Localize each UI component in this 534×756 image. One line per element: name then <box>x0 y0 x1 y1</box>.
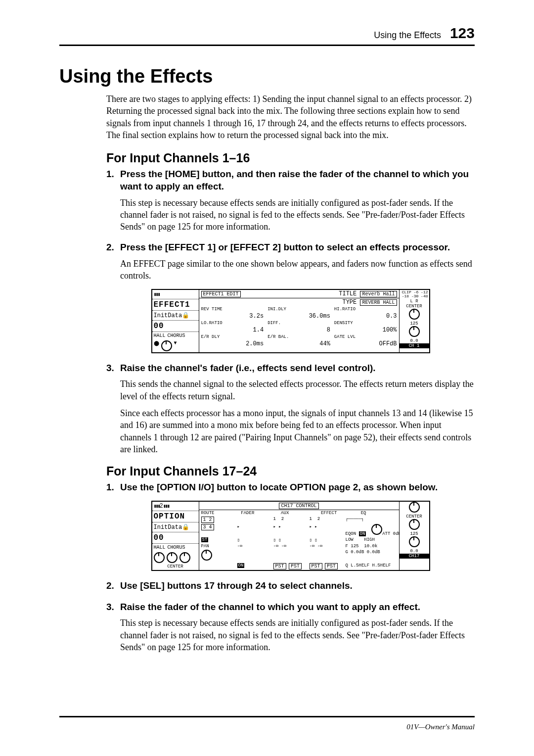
lcd1-er-dly: 2.0ms <box>199 340 266 348</box>
lcd1-gate-lvl: OFFdB <box>332 340 399 348</box>
lcd1-title: EFFECT1 <box>152 299 199 311</box>
dial-icon <box>409 536 420 547</box>
step-a3-head: Raise the channel's fader (i.e., effects… <box>106 362 475 375</box>
running-header: Using the Effects 123 <box>59 25 475 46</box>
lcd2-tab: CH17 CONTROL <box>279 503 318 509</box>
lcd2-counter: 00 <box>152 532 199 544</box>
dial-icon <box>409 502 420 513</box>
step-b3-head: Raise the fader of the channel to which … <box>106 601 475 614</box>
lcd2-title: OPTION <box>152 511 199 522</box>
lcd1-lo-ratio: 1.4 <box>199 326 266 334</box>
step-a2-body: An EFFECT page similar to the one shown … <box>120 258 475 282</box>
dial-icon <box>371 524 382 535</box>
disc-icon: ⬤ <box>154 340 159 351</box>
dial-icon <box>154 552 165 563</box>
dial-icon <box>161 340 172 351</box>
header-page-number: 123 <box>450 25 475 42</box>
lcd1-density: 100% <box>332 326 399 334</box>
lcd1-meter-scale: CLIP -6 -12 -18 -30 -48 <box>400 290 429 299</box>
section-heading-17-24: For Input Channels 17–24 <box>106 464 475 478</box>
section-heading-1-16: For Input Channels 1–16 <box>106 151 475 165</box>
header-section-label: Using the Effects <box>374 30 441 41</box>
dial-icon <box>201 550 212 561</box>
footer-text: 01V—Owner's Manual <box>406 723 475 731</box>
lcd1-diff: 8 <box>266 326 332 334</box>
lcd2-foot-l: HALL <box>154 545 166 550</box>
lcd1-foot-r: CHORUS <box>168 333 185 338</box>
lcd1-title-val: Reverb Hall <box>360 291 397 297</box>
lcd1-er-bal: 44% <box>266 340 332 348</box>
lcd2-ch-indicator: CH17 <box>400 554 429 559</box>
lcd1-hi-ratio: 0.3 <box>332 312 399 320</box>
lcd1-type-val: REVERB HALL <box>360 299 397 306</box>
lcd1-foot-l: HALL <box>154 333 166 338</box>
lcd1-tab: EFFECT1 EDIT <box>201 291 241 297</box>
step-b3-body: This step is necessary because effects s… <box>120 617 475 653</box>
page-title: Using the Effects <box>59 66 475 87</box>
dial-icon <box>409 309 420 320</box>
dial-icon <box>179 552 190 563</box>
steps-list-a: Press the [HOME] button, and then raise … <box>106 168 475 455</box>
step-a2-head: Press the [EFFECT 1] or [EFFECT 2] butto… <box>106 241 475 254</box>
dial-icon <box>409 326 420 337</box>
dial-icon <box>167 552 178 563</box>
lcd1-ini-dly: 36.0ms <box>266 312 332 320</box>
down-arrow-icon: ▼ <box>174 340 177 351</box>
lcd1-ch-indicator: CH 1 <box>400 343 429 348</box>
lcd1-counter: 00 <box>152 321 199 332</box>
meter-icon <box>154 503 160 510</box>
intro-paragraph: There are two stages to applying effects… <box>106 93 475 141</box>
footer-rule <box>59 716 475 717</box>
step-b2-head: Use [SEL] buttons 17 through 24 to selec… <box>106 580 475 592</box>
effect-edit-screen: EFFECT1 InitData🔒 00 HALLCHORUS ⬤▼ EFFEC… <box>151 289 430 353</box>
step-a1-head: Press the [HOME] button, and then raise … <box>106 168 475 192</box>
lcd2-memory: InitData🔒 <box>152 522 199 532</box>
step-a3-body: This sends the channel signal to the sel… <box>120 378 475 455</box>
meter-icon <box>154 291 160 298</box>
step-b1-head: Use the [OPTION I/O] button to locate OP… <box>106 481 475 494</box>
lcd2-foot-r: CHORUS <box>168 545 185 550</box>
steps-list-b: Use the [OPTION I/O] button to locate OP… <box>106 481 475 653</box>
option-control-screen: 2 OPTION InitData🔒 00 HALLCHORUS CENTER … <box>151 501 430 571</box>
lcd1-memory: InitData🔒 <box>152 311 199 321</box>
meter-icon <box>163 503 169 510</box>
lcd1-rev-time: 3.2s <box>199 312 266 320</box>
dial-icon <box>409 519 420 530</box>
step-a1-body: This step is necessary because effects s… <box>120 197 475 233</box>
